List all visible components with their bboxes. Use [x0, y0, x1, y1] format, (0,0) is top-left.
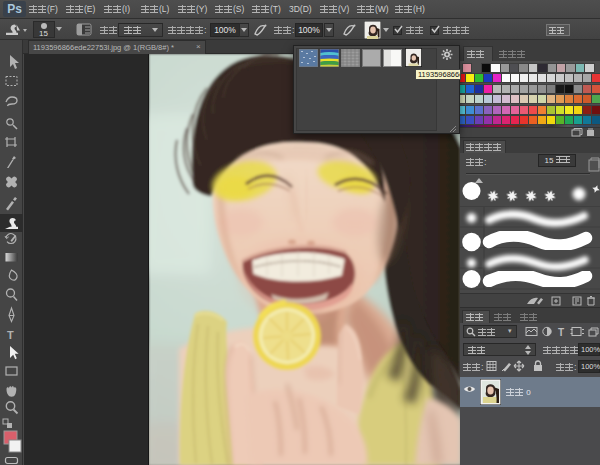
svg-text:T: T	[558, 327, 564, 338]
svg-text:T: T	[7, 329, 14, 341]
